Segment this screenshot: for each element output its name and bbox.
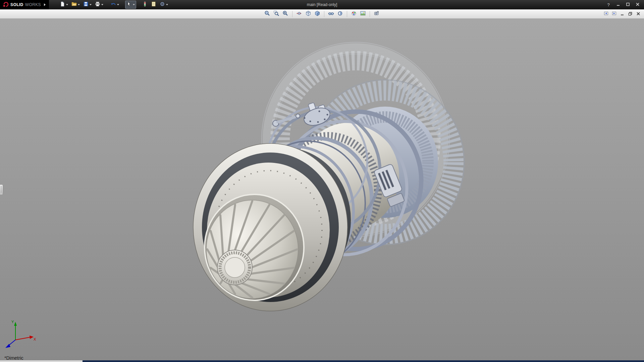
- undo-icon: [111, 1, 116, 8]
- save-icon: [83, 1, 89, 8]
- minimize-icon: [616, 2, 620, 7]
- select-button[interactable]: [125, 1, 136, 9]
- solidworks-logo[interactable]: SOLIDWORKS: [0, 0, 49, 9]
- apply-scene-button[interactable]: [359, 10, 367, 18]
- minimize-icon: [620, 11, 624, 17]
- restore-icon: [628, 11, 632, 17]
- toolbar-separator: [292, 11, 292, 17]
- close-icon: [636, 2, 640, 7]
- tile-right-button[interactable]: [610, 11, 618, 17]
- view-settings-button[interactable]: [336, 10, 344, 18]
- exhaust-cone: [205, 194, 304, 300]
- zoom-in-out-icon: [282, 10, 288, 18]
- document-restore-button[interactable]: [627, 11, 634, 17]
- window-controls: ?: [604, 1, 644, 8]
- file-properties-icon: [151, 1, 156, 8]
- taskbar-sliver: [83, 360, 644, 362]
- panel-splitter-handle[interactable]: [0, 184, 3, 195]
- y-axis-label: Y: [11, 320, 14, 324]
- close-icon: [636, 11, 640, 17]
- toolbar-separator: [347, 11, 347, 17]
- document-minimize-button[interactable]: [619, 11, 626, 17]
- document-close-button[interactable]: [635, 11, 642, 17]
- tile-left-icon: [604, 11, 608, 17]
- graphics-viewport[interactable]: Y X *Dimetric: [0, 19, 644, 362]
- maximize-button[interactable]: [624, 1, 632, 8]
- camera-views-icon: [374, 10, 380, 18]
- save-button[interactable]: [82, 1, 93, 9]
- close-button[interactable]: [633, 1, 642, 8]
- open-button[interactable]: [70, 1, 81, 9]
- statusbar-sliver: [0, 360, 83, 362]
- apply-scene-icon: [360, 10, 366, 18]
- options-button[interactable]: [158, 1, 169, 9]
- document-window-controls: [602, 9, 642, 18]
- x-axis-label: X: [34, 337, 36, 341]
- zoom-to-fit-button[interactable]: [263, 10, 271, 18]
- zoom-to-fit-icon: [264, 10, 270, 18]
- chevron-down-icon[interactable]: [90, 4, 92, 5]
- titlebar: SOLIDWORKS: [0, 0, 644, 9]
- display-style-icon: [314, 10, 320, 18]
- camera-views-button[interactable]: [373, 10, 381, 18]
- view-toolbar-group: [263, 10, 381, 18]
- hide-show-items-button[interactable]: [327, 10, 335, 18]
- tile-right-icon: [612, 11, 616, 17]
- undo-button[interactable]: [109, 1, 120, 9]
- options-icon: [160, 1, 165, 8]
- edit-appearance-icon: [351, 10, 357, 18]
- chevron-down-icon[interactable]: [133, 4, 135, 5]
- zoom-to-area-button[interactable]: [272, 10, 280, 18]
- toolbar-separator: [324, 11, 324, 17]
- tile-left-button[interactable]: [602, 11, 610, 17]
- view-orientation-icon: [305, 10, 311, 18]
- print-icon: [95, 1, 100, 8]
- view-orientation-label: *Dimetric: [4, 355, 23, 361]
- view-settings-icon: [337, 10, 343, 18]
- minimize-button[interactable]: [614, 1, 623, 8]
- open-icon: [71, 1, 77, 8]
- view-toolbar: [0, 9, 644, 19]
- view-orientation-button[interactable]: [304, 10, 312, 18]
- y-axis-arrow: [14, 322, 17, 326]
- brand-text-bold: SOLID: [10, 2, 23, 7]
- hide-show-items-icon: [328, 10, 334, 18]
- section-view-icon: [296, 10, 302, 18]
- section-view-button[interactable]: [295, 10, 303, 18]
- solidworks-logo-icon: [3, 1, 9, 8]
- main-toolbar: [58, 1, 169, 9]
- window-title: main [Read-only]: [307, 0, 337, 9]
- x-axis-arrow: [30, 336, 34, 339]
- edit-appearance-button[interactable]: [350, 10, 358, 18]
- toolbar-separator: [370, 11, 370, 17]
- new-document-button[interactable]: [58, 1, 69, 9]
- maximize-icon: [626, 2, 630, 7]
- chevron-down-icon[interactable]: [166, 4, 168, 5]
- chevron-down-icon[interactable]: [78, 4, 80, 5]
- select-icon: [126, 1, 132, 8]
- rebuild-icon: [142, 1, 148, 8]
- coordinate-triad[interactable]: Y X: [5, 320, 36, 348]
- zoom-to-area-icon: [273, 10, 279, 18]
- help-button[interactable]: ?: [604, 1, 613, 8]
- file-properties-button[interactable]: [150, 1, 158, 9]
- zoom-in-out-button[interactable]: [281, 10, 289, 18]
- chevron-right-icon[interactable]: [44, 3, 46, 6]
- display-style-button[interactable]: [313, 10, 321, 18]
- chevron-down-icon[interactable]: [101, 4, 103, 5]
- chevron-down-icon[interactable]: [117, 4, 119, 5]
- engine-model[interactable]: Y X: [0, 19, 644, 362]
- print-button[interactable]: [94, 1, 105, 9]
- rebuild-button[interactable]: [141, 1, 149, 9]
- brand-text-light: WORKS: [25, 2, 41, 7]
- new-document-icon: [60, 1, 65, 8]
- chevron-down-icon[interactable]: [66, 4, 68, 5]
